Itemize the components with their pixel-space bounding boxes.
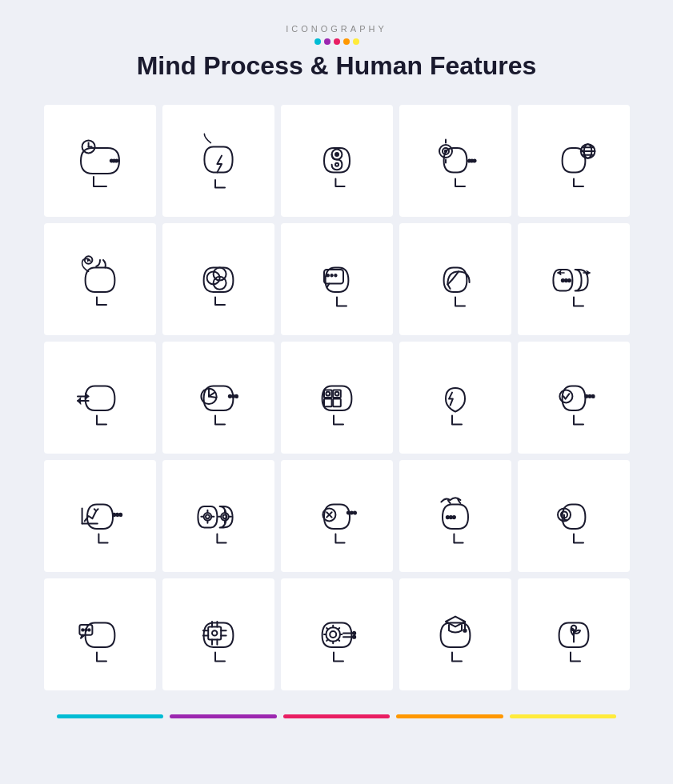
svg-point-56 [116, 514, 118, 516]
svg-point-50 [585, 395, 587, 398]
icon-nature-mind[interactable] [518, 578, 630, 690]
brand-dots [137, 38, 537, 45]
dot-cyan [314, 38, 321, 45]
dot-yellow [353, 38, 359, 45]
svg-point-41 [231, 395, 234, 398]
dot-purple [324, 38, 330, 45]
svg-point-48 [334, 392, 339, 396]
footer-bar-pink [283, 714, 391, 718]
svg-point-31 [561, 279, 563, 282]
icon-globe-mind[interactable] [518, 105, 630, 217]
icon-gear-process-mind[interactable] [281, 578, 393, 690]
svg-point-33 [567, 279, 570, 282]
icon-lightning-head[interactable] [162, 105, 274, 217]
footer-bar-orange [396, 714, 503, 718]
svg-point-113 [463, 630, 466, 632]
svg-point-115 [571, 626, 575, 630]
icon-check-mind[interactable] [518, 342, 630, 454]
footer-bar-purple [170, 714, 277, 718]
icon-growth-mind[interactable] [44, 460, 156, 572]
footer-bar-cyan [57, 714, 164, 718]
icon-target-mind[interactable] [399, 105, 511, 217]
svg-point-5 [115, 159, 118, 162]
svg-point-77 [449, 516, 451, 518]
page-header: ICONOGRAPHY Mind Process & Human Feature… [137, 24, 537, 81]
icon-gear-double-mind[interactable] [162, 460, 274, 572]
icon-venn-mind[interactable] [162, 223, 274, 335]
svg-point-40 [228, 395, 230, 398]
svg-point-47 [326, 392, 330, 396]
icon-yin-yang-mind[interactable] [281, 105, 393, 217]
svg-point-55 [113, 514, 115, 516]
icon-chat-silhouette[interactable] [44, 578, 156, 690]
icon-lightning-heart[interactable] [399, 342, 511, 454]
svg-line-104 [338, 639, 339, 641]
icon-puzzle-mind[interactable] [281, 342, 393, 454]
svg-point-98 [330, 631, 336, 638]
icon-circuit-mind[interactable] [162, 578, 274, 690]
svg-point-75 [353, 511, 355, 514]
svg-point-73 [347, 511, 349, 514]
svg-rect-87 [208, 626, 221, 639]
page-title: Mind Process & Human Features [137, 51, 537, 81]
svg-point-84 [82, 629, 83, 630]
svg-point-65 [222, 514, 226, 518]
svg-point-96 [212, 630, 217, 635]
svg-rect-45 [324, 399, 332, 407]
svg-line-39 [209, 396, 217, 398]
icon-time-mind[interactable] [44, 105, 156, 217]
icon-cycle-mind[interactable] [44, 223, 156, 335]
footer-bar-yellow [510, 714, 617, 718]
svg-point-28 [326, 274, 328, 276]
icon-hat-mind[interactable] [399, 578, 511, 690]
svg-point-11 [444, 150, 446, 152]
icon-pie-mind[interactable] [162, 342, 274, 454]
svg-point-32 [564, 279, 567, 282]
icon-lock-mind[interactable] [518, 460, 630, 572]
svg-point-57 [119, 514, 122, 516]
svg-point-109 [353, 632, 355, 634]
svg-point-110 [353, 636, 355, 638]
dot-pink [334, 38, 340, 45]
svg-point-8 [335, 163, 339, 166]
svg-point-29 [330, 274, 332, 276]
icon-leaf-mind[interactable] [399, 223, 511, 335]
icon-compare-mind[interactable] [518, 223, 630, 335]
icon-arrow-mind[interactable] [44, 342, 156, 454]
svg-line-105 [338, 628, 339, 630]
svg-rect-46 [333, 399, 341, 407]
footer-bars [57, 714, 617, 718]
svg-point-85 [85, 629, 86, 630]
svg-line-103 [326, 628, 328, 630]
svg-point-76 [446, 516, 448, 518]
svg-point-78 [452, 516, 455, 518]
svg-point-59 [206, 514, 210, 518]
icon-chat-profile[interactable] [281, 223, 393, 335]
svg-point-30 [334, 274, 336, 276]
svg-point-86 [88, 629, 90, 630]
dot-orange [343, 38, 350, 45]
svg-line-106 [326, 639, 328, 641]
svg-point-42 [234, 395, 237, 398]
svg-point-51 [588, 395, 591, 398]
svg-point-74 [350, 511, 352, 514]
icon-cancel-mind[interactable] [281, 460, 393, 572]
icon-bird-mind[interactable] [399, 460, 511, 572]
brand-name: ICONOGRAPHY [137, 24, 537, 34]
icon-grid [36, 97, 638, 698]
svg-point-16 [473, 159, 475, 162]
svg-point-52 [591, 395, 594, 398]
svg-point-7 [335, 153, 339, 156]
